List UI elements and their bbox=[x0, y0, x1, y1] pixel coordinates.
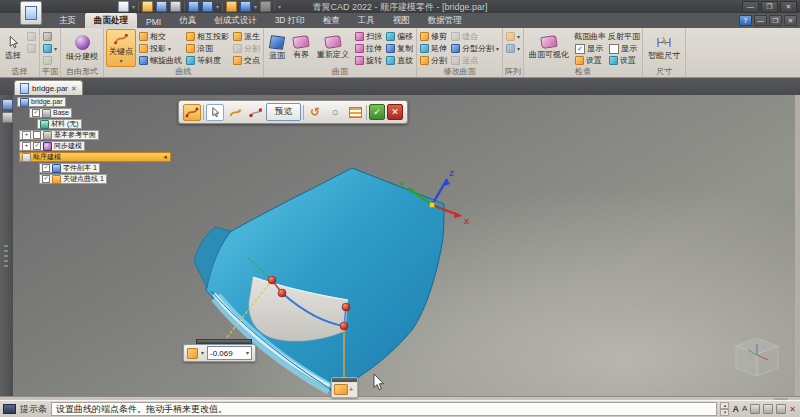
tree-item-part-copy[interactable]: ✓ 零件副本 1 bbox=[39, 163, 100, 173]
curve-endpoint-3[interactable] bbox=[342, 303, 350, 311]
pattern-button[interactable]: ▾ bbox=[505, 31, 521, 42]
expand-icon[interactable]: + bbox=[22, 142, 31, 151]
dock-grip[interactable] bbox=[4, 245, 8, 267]
tab-view[interactable]: 视图 bbox=[384, 13, 419, 28]
checked-checkbox-icon[interactable]: ✓ bbox=[32, 109, 40, 117]
style-icon[interactable] bbox=[226, 1, 237, 12]
minimize-button[interactable]: — bbox=[742, 1, 759, 13]
split-curve-button[interactable]: 分割 bbox=[232, 43, 261, 54]
section-curvature-settings-button[interactable]: 设置 bbox=[574, 55, 606, 66]
expand-icon[interactable]: + bbox=[22, 131, 31, 140]
tree-item-root[interactable]: bridge.par bbox=[17, 97, 66, 107]
mirror-button[interactable]: ▾ bbox=[505, 43, 521, 54]
trim-button[interactable]: 修剪 bbox=[419, 31, 448, 42]
checked-checkbox-icon[interactable]: ✓ bbox=[33, 142, 41, 150]
intersection-point-button[interactable]: 交点 bbox=[232, 55, 261, 66]
undo-icon[interactable] bbox=[240, 1, 251, 12]
window-icon[interactable] bbox=[188, 1, 199, 12]
close-button[interactable]: ✕ bbox=[780, 1, 797, 13]
new-dropdown-icon[interactable]: ▾ bbox=[132, 4, 135, 10]
cross-project-button[interactable]: 相互投影 bbox=[185, 31, 230, 42]
closed-curve-button[interactable]: ○ bbox=[326, 104, 344, 121]
collapse-arrow-icon[interactable]: ◄ bbox=[162, 154, 168, 160]
save-icon[interactable] bbox=[156, 1, 167, 12]
tree-item-keypoint-curve[interactable]: ✓ 关键点曲线 1 bbox=[39, 174, 107, 184]
view-cube[interactable] bbox=[736, 338, 778, 376]
offset-surface-button[interactable]: 偏移 bbox=[385, 31, 414, 42]
document-tab[interactable]: bridge.par ✕ bbox=[14, 80, 83, 96]
tab-tools[interactable]: 工具 bbox=[349, 13, 384, 28]
select-filter-button[interactable] bbox=[26, 43, 37, 54]
add-icon[interactable]: + bbox=[349, 386, 353, 393]
library-panel-icon[interactable] bbox=[2, 112, 13, 123]
preview-button[interactable]: 预览 bbox=[266, 103, 301, 121]
tree-item-material[interactable]: 材料 (无) bbox=[37, 119, 82, 129]
new-document-icon[interactable] bbox=[118, 1, 129, 12]
unchecked-checkbox-icon[interactable] bbox=[33, 131, 41, 139]
value-input[interactable] bbox=[210, 349, 244, 358]
condition-dropdown-icon[interactable]: ▾ bbox=[201, 350, 204, 356]
tab-3d-print[interactable]: 3D 打印 bbox=[266, 13, 314, 28]
plane-more-button[interactable]: ▾ bbox=[42, 43, 58, 54]
redefine-step-button[interactable]: ↺ bbox=[306, 104, 324, 121]
undo-dropdown-icon[interactable]: ▾ bbox=[254, 4, 257, 10]
on-face-curve-button[interactable]: 沿面 bbox=[185, 43, 230, 54]
value-dropdown-icon[interactable]: ▾ bbox=[246, 350, 249, 356]
surface-visualization-button[interactable]: 曲面可视化 bbox=[526, 29, 572, 67]
tab-simulation[interactable]: 仿真 bbox=[170, 13, 205, 28]
section-curvature-show-checkbox[interactable]: ✓显示 bbox=[574, 43, 606, 54]
tab-home[interactable]: 主页 bbox=[50, 13, 85, 28]
restore-button[interactable]: ❐ bbox=[761, 1, 778, 13]
tab-data-management[interactable]: 数据管理 bbox=[419, 13, 471, 28]
spinner-down-icon[interactable]: ▾ bbox=[720, 409, 729, 416]
tree-item-base[interactable]: ✓ Base bbox=[29, 108, 72, 118]
select-options-button[interactable] bbox=[26, 31, 37, 42]
select-button[interactable]: 选择 bbox=[2, 29, 24, 67]
zoom-area-icon[interactable] bbox=[750, 404, 760, 414]
helix-curve-button[interactable]: 螺旋曲线 bbox=[138, 55, 183, 66]
document-tab-close-icon[interactable]: ✕ bbox=[71, 85, 77, 93]
draw-curve-step-button[interactable] bbox=[226, 104, 244, 121]
tab-inspect[interactable]: 检查 bbox=[314, 13, 349, 28]
plane-button[interactable] bbox=[42, 31, 58, 42]
help-button[interactable]: ? bbox=[739, 15, 752, 26]
application-button[interactable] bbox=[20, 1, 42, 25]
doc-restore-button[interactable]: ❐ bbox=[769, 15, 782, 26]
derived-curve-button[interactable]: 派生 bbox=[232, 31, 261, 42]
extruded-surface-button[interactable]: 拉伸 bbox=[354, 43, 383, 54]
smart-dimension-button[interactable]: 智能尺寸 bbox=[645, 29, 683, 67]
spinner-up-icon[interactable]: ▴ bbox=[720, 402, 729, 409]
keypoint-curve-button[interactable]: 关键点 ▾ bbox=[106, 29, 136, 67]
status-close-icon[interactable]: ✕ bbox=[789, 405, 796, 414]
window2-icon[interactable] bbox=[202, 1, 213, 12]
accept-button[interactable]: ✓ bbox=[369, 104, 385, 120]
keypoint-tool-button[interactable] bbox=[183, 104, 201, 121]
subdivision-modeling-button[interactable]: 细分建模 bbox=[63, 29, 101, 67]
project-curve-button[interactable]: 投影▾ bbox=[138, 43, 183, 54]
condition-type-icon[interactable] bbox=[187, 348, 198, 359]
extend-button[interactable]: 延伸 bbox=[419, 43, 448, 54]
bluedot-button[interactable]: 蓝点 bbox=[450, 55, 500, 66]
plane-extra-button[interactable] bbox=[42, 55, 58, 66]
copy-surface-button[interactable]: 复制 bbox=[385, 43, 414, 54]
tree-item-ordered-selected[interactable]: 顺序建模 ◄ bbox=[19, 152, 171, 162]
open-icon[interactable] bbox=[142, 1, 153, 12]
redefine-button[interactable]: 重新定义 bbox=[314, 29, 352, 67]
pathfinder-panel-icon[interactable] bbox=[2, 99, 13, 110]
redo-icon[interactable] bbox=[260, 1, 271, 12]
doc-minimize-button[interactable]: — bbox=[754, 15, 767, 26]
tab-generative-design[interactable]: 创成式设计 bbox=[205, 13, 266, 28]
curve-endpoint-2[interactable] bbox=[278, 289, 286, 297]
reflection-plane-show-checkbox[interactable]: 显示 bbox=[608, 43, 640, 54]
tab-surfacing[interactable]: 曲面处理 bbox=[85, 13, 137, 28]
swept-surface-button[interactable]: 扫掠 bbox=[354, 31, 383, 42]
reflection-plane-settings-button[interactable]: 设置 bbox=[608, 55, 640, 66]
cancel-button[interactable]: ✕ bbox=[387, 104, 403, 120]
curve-endpoint-4[interactable] bbox=[340, 322, 348, 330]
revolved-surface-button[interactable]: 旋转 bbox=[354, 55, 383, 66]
pan-icon[interactable] bbox=[776, 404, 786, 414]
intersection-curve-button[interactable]: 相交 bbox=[138, 31, 183, 42]
font-increase-icon[interactable]: A bbox=[732, 404, 739, 414]
stitch-button[interactable]: 缝合 bbox=[450, 31, 500, 42]
split-face-button[interactable]: 分割 bbox=[419, 55, 448, 66]
